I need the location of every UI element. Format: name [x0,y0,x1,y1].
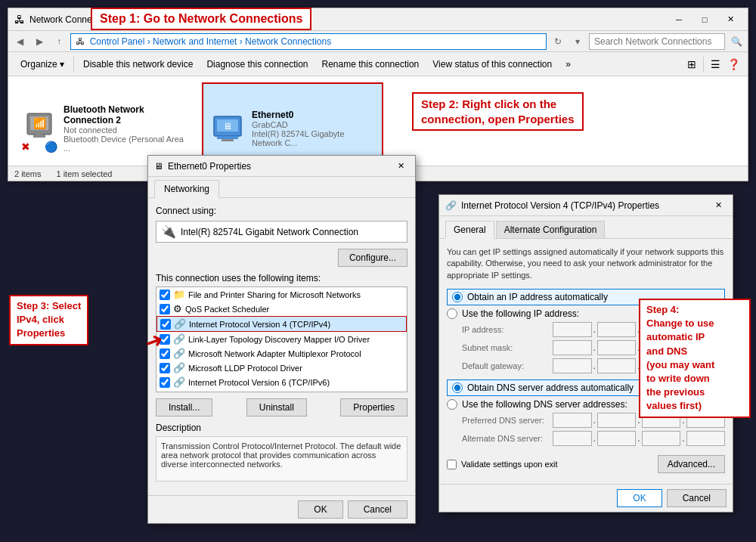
list-item-0-checkbox[interactable] [160,290,170,300]
list-item-5-icon: 🔗 [173,362,185,373]
preferred-dns-input-2[interactable] [597,413,637,428]
ipv4-cancel-button[interactable]: Cancel [667,489,727,507]
bluetooth-icon-container: 📶 ✖ 🔵 [21,110,57,147]
obtain-dns-auto-radio[interactable] [452,382,463,393]
svg-rect-8 [222,139,234,141]
toolbar-separator-1 [73,57,74,72]
ip-address-input[interactable] [553,322,592,337]
list-item-2-checkbox[interactable] [160,319,171,330]
help-button[interactable]: ❓ [725,56,742,73]
gateway-input[interactable] [553,358,592,373]
bluetooth-name: Bluetooth Network Connection 2 [64,104,189,125]
organize-button[interactable]: Organize ▾ [14,54,70,74]
bluetooth-network-icon: 📶 ✖ 🔵 [21,110,57,153]
list-item-0[interactable]: 📁 File and Printer Sharing for Microsoft… [156,287,407,302]
validate-row: Validate settings upon exit Advanced... [447,452,725,476]
search-button[interactable]: 🔍 [728,33,745,50]
minimize-button[interactable]: ─ [668,11,690,28]
view-status-button[interactable]: View status of this connection [426,54,558,74]
list-item-6-checkbox[interactable] [160,377,170,388]
ethernet-icon: 🖥 [209,110,246,147]
use-following-dns-label: Use the following DNS server addresses: [462,399,627,410]
use-following-dns-radio[interactable] [447,399,457,410]
svg-text:📶: 📶 [33,117,47,130]
alternate-dns-input-4[interactable] [686,431,726,446]
refresh-button[interactable]: ↻ [550,33,566,50]
ethernet-cancel-button[interactable]: Cancel [348,500,407,519]
description-label: Description [156,423,407,433]
toolbar: Organize ▾ Disable this network device D… [8,52,748,76]
disable-network-button[interactable]: Disable this network device [77,54,199,74]
validate-checkbox[interactable] [447,460,457,469]
list-item-6[interactable]: 🔗 Internet Protocol Version 6 (TCP/IPv6) [156,375,407,389]
list-item-4-icon: 🔗 [173,348,185,359]
gateway-input-2[interactable] [597,358,637,373]
ipv4-general-tab[interactable]: General [445,221,494,239]
address-bar: ◀ ▶ ↑ 🖧 Control Panel › Network and Inte… [8,31,748,52]
list-item-2[interactable]: 🔗 Internet Protocol Version 4 (TCP/IPv4) [156,316,407,332]
bluetooth-adapter: Bluetooth Device (Personal Area ... [64,135,189,153]
bluetooth-info: Bluetooth Network Connection 2 Not conne… [64,104,189,153]
subnet-mask-input-2[interactable] [597,340,637,355]
alternate-dns-input-2[interactable] [597,431,637,446]
ipv4-title-icon: 🔗 [445,200,457,211]
more-button[interactable]: » [559,54,577,74]
alternate-dns-row: Alternate DNS server: . . . [447,431,725,446]
step4-banner: Step 4:Change to useautomatic IPand DNS(… [639,299,751,418]
back-button[interactable]: ◀ [11,33,28,50]
ethernet-dialog-title: Ethernet0 Properties [168,161,392,172]
items-list: 📁 File and Printer Sharing for Microsoft… [156,286,407,392]
view-options-button[interactable]: ⊞ [683,56,700,73]
install-button[interactable]: Install... [156,398,212,417]
obtain-dns-auto-label: Obtain DNS server address automatically [467,382,634,393]
ipv4-close-button[interactable]: ✕ [710,198,727,213]
list-item-1[interactable]: ⚙ QoS Packet Scheduler [156,302,407,316]
ipv4-alternate-tab[interactable]: Alternate Configuration [496,221,606,238]
svg-text:🖥: 🖥 [223,121,232,132]
advanced-button[interactable]: Advanced... [658,455,725,473]
use-following-ip-radio[interactable] [447,308,457,319]
connect-using-text: Intel(R) 82574L Gigabit Network Connecti… [181,227,402,237]
ipv4-tabs: General Alternate Configuration [439,216,733,239]
dropdown-button[interactable]: ▾ [569,33,586,50]
list-item-3[interactable]: 🔗 Link-Layer Topology Discovery Mapper I… [156,332,407,346]
alternate-dns-input[interactable] [553,431,592,446]
close-button[interactable]: ✕ [719,11,742,28]
view-list-button[interactable]: ☰ [707,56,723,73]
selected-count: 1 item selected [56,169,112,178]
obtain-ip-auto-radio[interactable] [452,292,463,302]
configure-button[interactable]: Configure... [338,249,407,267]
preferred-dns-input[interactable] [553,413,592,428]
list-item-5-checkbox[interactable] [160,363,170,373]
diagnose-button[interactable]: Diagnose this connection [200,54,314,74]
list-item-3-icon: 🔗 [173,333,185,345]
networking-tab[interactable]: Networking [154,180,219,198]
forward-button[interactable]: ▶ [31,33,48,50]
ipv4-title-bar: 🔗 Internet Protocol Version 4 (TCP/IPv4)… [439,195,733,216]
ipv4-title-text: Internet Protocol Version 4 (TCP/IPv4) P… [461,200,710,211]
ethernet-dialog-footer: OK Cancel [148,495,415,523]
search-input[interactable] [589,33,725,50]
ethernet-adapter: Intel(R) 82574L Gigabyte Network C... [252,129,376,147]
alternate-dns-input-3[interactable] [642,431,681,446]
ethernet-ok-button[interactable]: OK [298,500,342,519]
list-item-4[interactable]: 🔗 Microsoft Network Adapter Multiplexor … [156,346,407,361]
window-icon: 🖧 [14,14,25,26]
subnet-mask-input[interactable] [553,340,592,355]
ipv4-ok-button[interactable]: OK [617,489,662,507]
up-button[interactable]: ↑ [51,33,67,50]
ipv4-description: You can get IP settings assigned automat… [447,246,725,281]
rename-button[interactable]: Rename this connection [316,54,426,74]
ethernet-dialog-close[interactable]: ✕ [392,159,409,174]
maximize-button[interactable]: □ [693,11,716,28]
ethernet-dialog-title-bar: 🖥 Ethernet0 Properties ✕ [148,156,415,177]
description-box: Transmission Control Protocol/Internet P… [156,436,407,482]
list-item-2-icon: 🔗 [174,318,186,330]
properties-button[interactable]: Properties [340,398,407,417]
address-field[interactable]: 🖧 Control Panel › Network and Internet ›… [70,33,547,50]
uninstall-button[interactable]: Uninstall [246,398,307,417]
breadcrumb: 🖧 Control Panel › Network and Internet ›… [76,36,331,47]
list-item-1-checkbox[interactable] [160,304,170,314]
ip-address-input-2[interactable] [597,322,637,337]
list-item-5[interactable]: 🔗 Microsoft LLDP Protocol Driver [156,361,407,375]
